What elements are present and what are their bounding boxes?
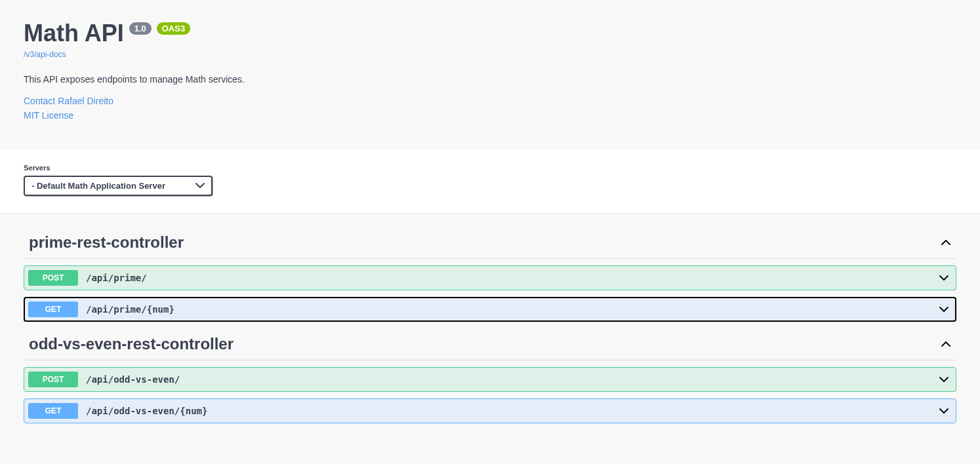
servers-section: Servers - Default Math Application Serve… xyxy=(0,149,980,214)
tag-header-prime[interactable]: prime-rest-controller xyxy=(24,228,956,259)
operation-post-odd-vs-even[interactable]: POST /api/odd-vs-even/ xyxy=(24,367,956,392)
oas-badge: OAS3 xyxy=(157,22,190,35)
tag-block: odd-vs-even-rest-controller POST /api/od… xyxy=(24,330,956,423)
info-section: Math API 1.0 OAS3 /v3/api-docs This API … xyxy=(0,0,980,149)
operation-path: /api/odd-vs-even/{num} xyxy=(86,406,939,416)
license-link[interactable]: MIT License xyxy=(24,108,956,123)
chevron-down-icon xyxy=(939,306,949,313)
method-badge-post: POST xyxy=(28,372,78,387)
api-title: Math API xyxy=(24,20,124,47)
servers-label: Servers xyxy=(24,164,956,172)
tag-name: prime-rest-controller xyxy=(29,233,184,252)
api-docs-link[interactable]: /v3/api-docs xyxy=(24,50,66,59)
server-select-wrap: - Default Math Application Server xyxy=(24,176,213,196)
method-badge-get: GET xyxy=(28,301,78,317)
chevron-up-icon xyxy=(941,341,951,347)
server-select[interactable]: - Default Math Application Server xyxy=(24,176,213,196)
tag-name: odd-vs-even-rest-controller xyxy=(29,335,234,353)
operation-path: /api/odd-vs-even/ xyxy=(86,374,939,385)
tags-section: prime-rest-controller POST /api/prime/ G… xyxy=(0,214,980,451)
chevron-up-icon xyxy=(941,239,951,246)
chevron-down-icon xyxy=(939,408,949,414)
info-links: Contact Rafael Direito MIT License xyxy=(24,94,956,123)
operation-get-prime-num[interactable]: GET /api/prime/{num} xyxy=(24,297,956,322)
tag-header-odd-vs-even[interactable]: odd-vs-even-rest-controller xyxy=(24,330,956,360)
method-badge-post: POST xyxy=(28,270,78,286)
operation-post-prime[interactable]: POST /api/prime/ xyxy=(24,265,956,290)
method-badge-get: GET xyxy=(28,403,78,419)
chevron-down-icon xyxy=(939,376,949,383)
operation-path: /api/prime/{num} xyxy=(86,304,939,315)
operation-get-odd-vs-even-num[interactable]: GET /api/odd-vs-even/{num} xyxy=(24,398,956,423)
contact-link[interactable]: Contact Rafael Direito xyxy=(24,94,956,108)
chevron-down-icon xyxy=(939,275,949,281)
version-badge: 1.0 xyxy=(129,22,152,35)
api-description: This API exposes endpoints to manage Mat… xyxy=(24,74,956,85)
title-row: Math API 1.0 OAS3 xyxy=(24,20,956,47)
operation-path: /api/prime/ xyxy=(86,273,939,283)
tag-block: prime-rest-controller POST /api/prime/ G… xyxy=(24,228,956,322)
